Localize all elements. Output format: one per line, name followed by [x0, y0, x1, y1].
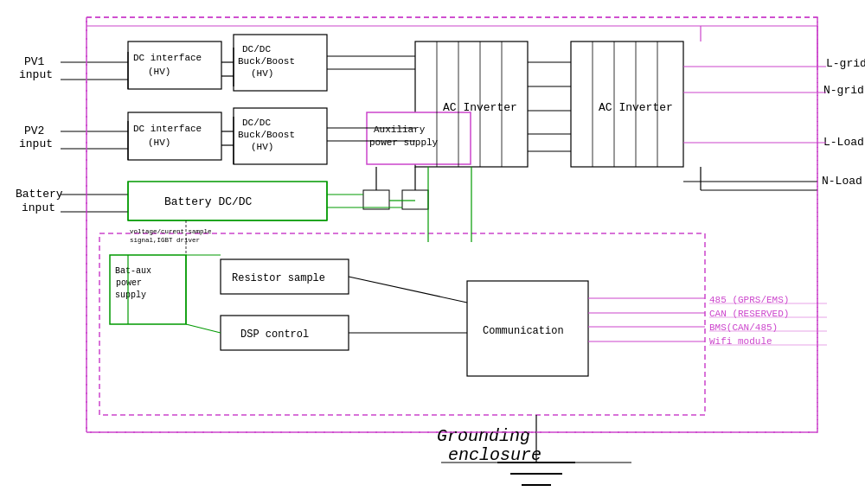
dcdc-hv1-text3: (HV) [251, 68, 273, 79]
bat-aux-to-dsp [186, 324, 221, 333]
dc-interface-hv1-text1: DC interface [133, 53, 202, 63]
diagram-container: PV1 input PV2 input Battery input L-grid… [0, 0, 865, 504]
battery-input-label: input [22, 201, 55, 214]
dc-interface-hv2-box [128, 112, 221, 160]
communication-text: Communication [483, 325, 564, 337]
n-load-label: N-Load [822, 175, 862, 188]
l-load-label: L-Load [823, 136, 864, 149]
bat-aux-text2: power [116, 278, 142, 288]
pv2-input-label: input [19, 137, 53, 150]
pv1-label: PV1 [24, 55, 45, 68]
bat-aux-box [110, 255, 186, 324]
voltage-current-text2: signal,IGBT driver [130, 237, 200, 244]
dc-interface-hv1-box [128, 41, 221, 89]
dcdc-hv2-text1: DC/DC [242, 118, 271, 128]
svg-rect-1 [99, 233, 705, 415]
resistor-sample-text: Resistor sample [232, 272, 325, 284]
pv2-label: PV2 [24, 124, 44, 137]
resistor-to-comm [349, 277, 467, 303]
grounding-text1: Grounding [437, 426, 530, 446]
dsp-control-text: DSP control [240, 329, 309, 341]
small-box2 [402, 190, 428, 209]
small-box1 [363, 190, 389, 209]
aux-text1: Auxiliary [374, 124, 426, 135]
l-grid-label: L-grid [826, 57, 865, 70]
pv1-input-label: input [19, 68, 53, 81]
battery-label: Battery [16, 188, 63, 201]
dcdc-hv2-text2: Buck/Boost [238, 130, 295, 140]
aux-text2: power supply [369, 137, 439, 148]
bat-aux-text1: Bat-aux [115, 266, 151, 276]
dcdc-hv2-text3: (HV) [251, 142, 273, 152]
grounding-text2: enclosure [448, 445, 541, 465]
dcdc-hv1-text1: DC/DC [242, 44, 271, 54]
n-grid-label: N-grid [823, 84, 864, 97]
dcdc-hv1-text2: Buck/Boost [238, 56, 295, 67]
dc-interface-hv2-text1: DC interface [133, 124, 202, 134]
voltage-current-text1: voltage/curent sample [130, 228, 212, 235]
dc-interface-hv1-text2: (HV) [148, 67, 170, 77]
dc-interface-hv2-text2: (HV) [148, 137, 170, 148]
bat-aux-text3: supply [115, 290, 146, 300]
battery-dcdc-text: Battery DC/DC [164, 195, 253, 208]
